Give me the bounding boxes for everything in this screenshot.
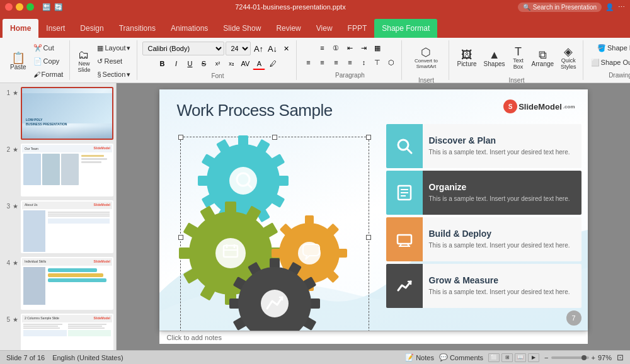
slide-num-2: 2 <box>3 146 10 153</box>
tab-shape-format[interactable]: Shape Format <box>374 19 437 38</box>
convert-smartart-button[interactable]: ⬡ Convert toSmartArt <box>407 42 445 74</box>
slide-thumb-1[interactable]: 1 ★ LOW-POLYBUSINESS PRESENTATION <box>3 87 113 140</box>
textbox-icon: T <box>515 46 522 57</box>
handle-tl[interactable] <box>178 135 183 140</box>
notes-toggle[interactable]: 📝 Notes <box>405 353 434 361</box>
text-color-button[interactable]: A <box>253 57 265 70</box>
search-bar[interactable]: 🔍 Search in Presentation <box>518 3 602 12</box>
handle-tr[interactable] <box>366 135 371 140</box>
font-name-selector[interactable]: Calibri (Body) <box>142 42 224 55</box>
reading-view-button[interactable]: 📖 <box>515 353 526 362</box>
tab-fppt[interactable]: FPPT <box>340 19 375 38</box>
text-spacing-button[interactable]: AV <box>239 57 251 70</box>
shape-fill-button[interactable]: 🪣 Shape Fill ▾ <box>595 42 630 54</box>
slide-sorter-button[interactable]: ⊞ <box>501 353 513 362</box>
shape-outline-button[interactable]: ⬜ Shape Outline ▾ <box>588 56 630 69</box>
columns-button[interactable]: ▦ <box>371 42 384 54</box>
align-left-button[interactable]: ≡ <box>302 56 314 69</box>
layout-button[interactable]: ▦ Layout ▾ <box>94 42 133 54</box>
minimize-icon[interactable] <box>16 3 23 11</box>
slide-image-4[interactable]: Individual Skills SlideModel <box>21 257 113 310</box>
slide-image-2[interactable]: Our Team SlideModel <box>21 144 113 196</box>
tab-slideshow[interactable]: Slide Show <box>215 19 268 38</box>
editor-area[interactable]: Work Process Sample S SlideModel.com <box>117 83 630 350</box>
slide-thumb-3[interactable]: 3 ★ About Us SlideModel <box>3 200 113 253</box>
gears-group[interactable] <box>171 130 385 331</box>
tab-animations[interactable]: Animations <box>163 19 215 38</box>
slide-thumb-5[interactable]: 5 ★ 2 Columns Sample Slide <box>3 314 113 350</box>
bullets-button[interactable]: ≡ <box>316 42 328 54</box>
notes-bar[interactable]: Click to add notes <box>159 331 588 344</box>
language-info: English (United States) <box>52 354 123 361</box>
slide-image-5[interactable]: 2 Columns Sample Slide <box>21 314 113 350</box>
slide-canvas[interactable]: Work Process Sample S SlideModel.com <box>159 89 588 331</box>
slide-thumb-2[interactable]: 2 ★ Our Team SlideModel <box>3 144 113 196</box>
clear-format-button[interactable]: ✕ <box>280 42 292 55</box>
underline-button[interactable]: U <box>183 57 196 70</box>
vertical-align-button[interactable]: ⊤ <box>371 56 384 69</box>
process-text-3: Build & Deploy This is a sample text. In… <box>423 217 581 261</box>
slide-image-1[interactable]: LOW-POLYBUSINESS PRESENTATION <box>21 87 113 140</box>
quick-styles-button[interactable]: ◈ QuickStyles <box>558 42 579 74</box>
close-icon[interactable] <box>5 3 13 11</box>
paste-button[interactable]: 📋 Paste <box>8 45 29 77</box>
zoom-in-button[interactable]: + <box>592 354 595 361</box>
highlight-button[interactable]: 🖊 <box>266 57 279 70</box>
slide-image-3[interactable]: About Us SlideModel <box>21 200 113 253</box>
svg-rect-46 <box>270 258 280 268</box>
svg-rect-55 <box>229 299 239 309</box>
reset-button[interactable]: ↺ Reset <box>94 55 133 67</box>
handle-mr[interactable] <box>366 235 371 240</box>
tab-transitions[interactable]: Transitions <box>112 19 163 38</box>
subscript-button[interactable]: x₂ <box>225 57 238 70</box>
slide-thumb-4[interactable]: 4 ★ Individual Skills SlideModel <box>3 257 113 310</box>
zoom-slider[interactable] <box>551 356 589 359</box>
tab-review[interactable]: Review <box>268 19 308 38</box>
tab-insert[interactable]: Insert <box>38 19 72 38</box>
slide-background: Work Process Sample S SlideModel.com <box>159 89 588 331</box>
superscript-button[interactable]: x² <box>211 57 224 70</box>
fit-button[interactable]: ⊡ <box>617 353 624 362</box>
process-item-4: Grow & Measure This is a sample text. In… <box>386 264 581 308</box>
bold-button[interactable]: B <box>156 57 168 70</box>
maximize-icon[interactable] <box>26 3 34 11</box>
section-button[interactable]: § Section ▾ <box>94 68 133 81</box>
normal-view-button[interactable]: ⬜ <box>488 353 500 362</box>
tab-home[interactable]: Home <box>3 19 38 38</box>
svg-rect-27 <box>179 247 190 259</box>
smart-art-button[interactable]: ⬡ <box>385 56 398 69</box>
paste-icon: 📋 <box>11 52 25 64</box>
presenter-view-button[interactable]: ▶ <box>528 353 539 362</box>
ribbon-group-insert: ⬡ Convert toSmartArt Insert <box>403 40 449 80</box>
justify-button[interactable]: ≡ <box>343 56 356 69</box>
new-slide-button[interactable]: 🗂 NewSlide <box>75 45 93 77</box>
window-controls[interactable]: ⋯ <box>618 3 625 11</box>
comments-toggle[interactable]: 💬 Comments <box>439 353 483 361</box>
italic-button[interactable]: I <box>169 57 182 70</box>
font-size-selector[interactable]: 24 <box>226 42 251 55</box>
copy-icon: 📄 <box>33 57 42 65</box>
arrange-button[interactable]: ⧉ Arrange <box>529 42 557 74</box>
shapes-button[interactable]: ▲ Shapes <box>481 42 508 74</box>
increase-indent-button[interactable]: ⇥ <box>357 42 370 54</box>
strikethrough-button[interactable]: S <box>197 57 210 70</box>
title-bar: 🔙 🔄 7244-01-business-presentation.pptx 🔍… <box>0 0 630 14</box>
zoom-out-button[interactable]: − <box>544 354 548 361</box>
cut-button[interactable]: ✂️ Cut <box>31 42 66 54</box>
user-avatar[interactable]: 👤 <box>605 3 614 11</box>
decrease-indent-button[interactable]: ⇤ <box>343 42 356 54</box>
align-right-button[interactable]: ≡ <box>329 56 342 69</box>
tab-design[interactable]: Design <box>72 19 111 38</box>
decrease-font-button[interactable]: A↓ <box>266 42 278 55</box>
increase-font-button[interactable]: A↑ <box>252 42 265 55</box>
text-direction-button[interactable]: ↕ <box>357 56 370 69</box>
gear-dark[interactable] <box>227 256 322 331</box>
process-title-3: Build & Deploy <box>429 229 575 239</box>
align-center-button[interactable]: ≡ <box>316 56 328 69</box>
copy-button[interactable]: 📄 Copy <box>31 55 66 67</box>
format-button[interactable]: 🖌 Format <box>31 68 66 81</box>
tab-view[interactable]: View <box>309 19 340 38</box>
numbering-button[interactable]: ① <box>329 42 342 54</box>
textbox-button[interactable]: T TextBox <box>510 42 527 74</box>
picture-button[interactable]: 🖼 Picture <box>454 42 479 74</box>
